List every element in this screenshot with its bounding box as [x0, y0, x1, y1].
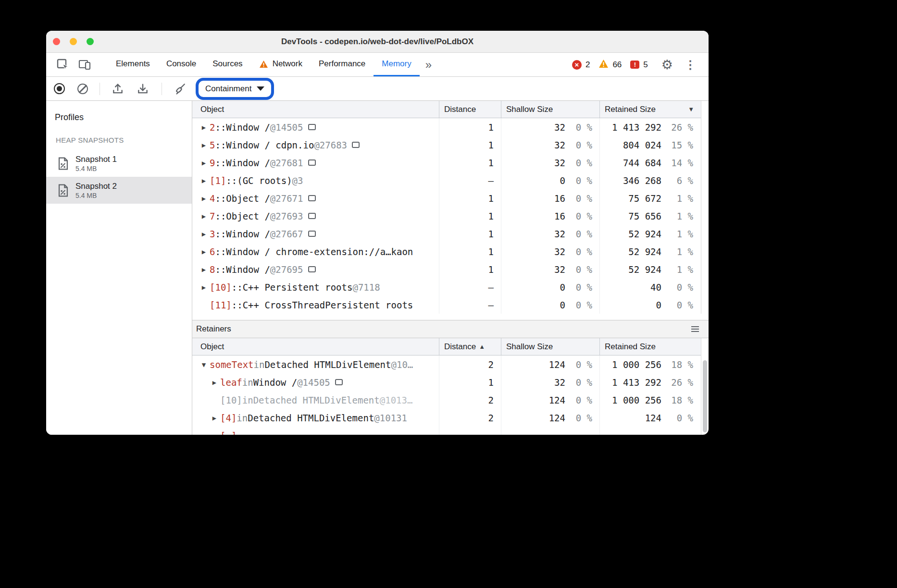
tab-sources[interactable]: Sources	[204, 53, 250, 76]
reveal-icon[interactable]	[308, 159, 316, 166]
close-window-button[interactable]	[53, 38, 60, 45]
more-options-icon[interactable]	[682, 58, 699, 72]
retained-size-value: 346 268	[600, 175, 661, 186]
tab-memory[interactable]: Memory	[374, 53, 419, 76]
expander-icon[interactable]: ▶	[198, 248, 210, 256]
expander-icon[interactable]: ▶	[198, 123, 210, 131]
retainer-row[interactable]: ▶leaf in Window / @145051320 %1 413 2922…	[192, 373, 701, 391]
snapshot-text: Snapshot 15.4 MB	[75, 154, 117, 172]
save-profile-icon[interactable]	[137, 83, 149, 95]
heap-object-row[interactable]: [11] :: C++ CrossThreadPersistent roots–…	[192, 296, 701, 314]
retainers-menu-icon[interactable]	[690, 325, 700, 333]
reveal-icon[interactable]	[308, 266, 316, 272]
retainer-row[interactable]: ▶[4] in Detached HTMLDivElement @1013121…	[192, 409, 701, 427]
inspect-element-icon[interactable]	[52, 56, 74, 74]
snapshot-item-1[interactable]: Snapshot 15.4 MB	[46, 150, 192, 177]
retained-size-percent: 15 %	[661, 140, 693, 150]
object-index: 6	[210, 246, 215, 257]
scrollbar-thumb[interactable]	[703, 360, 707, 432]
tab-console[interactable]: Console	[158, 53, 204, 76]
expander-icon[interactable]: ▶	[198, 177, 210, 184]
zoom-window-button[interactable]	[87, 38, 94, 45]
containment-scrollbar[interactable]	[701, 101, 709, 314]
retained-size-cell: 1 000 25618 %	[599, 391, 701, 409]
retainers-column-header-object[interactable]: Object	[192, 338, 439, 355]
heap-object-row[interactable]: ▶6 :: Window / chrome-extension://a…kaon…	[192, 243, 701, 260]
object-name: Object /	[226, 211, 270, 221]
expander-icon[interactable]: ▶	[198, 266, 210, 273]
reveal-icon[interactable]	[335, 379, 343, 385]
object-cell: ▶6 :: Window / chrome-extension://a…kaon	[192, 243, 439, 260]
settings-gear-icon[interactable]	[661, 57, 673, 72]
retainers-column-header-distance[interactable]: Distance▲	[439, 338, 501, 355]
console-errors-badge[interactable]: 2	[572, 60, 590, 70]
retained-size-percent: 6 %	[661, 175, 693, 186]
heap-object-row[interactable]: ▶[10] :: C++ Persistent roots @7118–00 %…	[192, 278, 701, 296]
reveal-icon[interactable]	[352, 142, 360, 148]
device-toolbar-icon[interactable]	[74, 56, 96, 74]
expander-icon[interactable]: ▶	[209, 379, 220, 386]
shallow-size-value: 0	[501, 300, 565, 310]
error-icon	[572, 60, 582, 70]
expander-icon[interactable]: ▶	[198, 159, 210, 167]
retained-size-cell: 346 2686 %	[599, 172, 701, 189]
containment-column-header-shallow[interactable]: Shallow Size	[501, 101, 599, 118]
reveal-icon[interactable]	[308, 195, 316, 201]
retainer-row[interactable]: [10] in Detached HTMLDivElement @1013…21…	[192, 391, 701, 409]
tab-performance[interactable]: Performance	[311, 53, 374, 76]
load-profile-icon[interactable]	[112, 83, 124, 95]
distance-value: 1	[488, 193, 494, 204]
shallow-size-percent: 0 %	[565, 377, 592, 388]
shallow-size-cell: 320 %	[501, 243, 599, 260]
reveal-icon[interactable]	[308, 124, 316, 130]
expander-icon[interactable]: ▶	[209, 414, 220, 422]
shallow-size-percent: 0 %	[565, 158, 592, 168]
minimize-window-button[interactable]	[70, 38, 77, 45]
expander-icon[interactable]: ▼	[198, 361, 210, 368]
heap-object-row[interactable]: ▶9 :: Window / @276811320 %744 68414 %	[192, 154, 701, 172]
issues-badge[interactable]: 5	[630, 60, 648, 70]
shallow-size-cell	[501, 427, 599, 435]
heap-object-row[interactable]: ▶3 :: Window / @276671320 %52 9241 %	[192, 225, 701, 243]
expander-icon[interactable]: ▶	[198, 212, 210, 220]
retainer-property: […]	[220, 430, 237, 435]
tab-elements[interactable]: Elements	[108, 53, 158, 76]
heap-object-row[interactable]: ▶8 :: Window / @276951320 %52 9241 %	[192, 260, 701, 278]
retainer-row[interactable]: […]	[192, 427, 701, 435]
retained-size-cell: 744 68414 %	[599, 154, 701, 172]
retained-size-cell: 52 9241 %	[599, 260, 701, 278]
heap-object-row[interactable]: ▶7 :: Object / @276931160 %75 6561 %	[192, 207, 701, 225]
window-titlebar[interactable]: DevTools - codepen.io/web-dot-dev/live/P…	[46, 31, 709, 53]
containment-column-header-object[interactable]: Object	[192, 101, 439, 118]
expander-icon[interactable]: ▶	[198, 195, 210, 202]
perspective-select[interactable]: Containment	[199, 82, 270, 96]
console-warnings-badge[interactable]: 66	[598, 59, 622, 71]
retainers-header-bar: Retainers	[192, 320, 709, 338]
tab-network[interactable]: Network	[251, 53, 311, 76]
expander-icon[interactable]: ▶	[198, 230, 210, 238]
reveal-icon[interactable]	[308, 213, 316, 219]
expander-icon[interactable]: ▶	[198, 141, 210, 149]
retainer-row[interactable]: ▼someText in Detached HTMLDivElement @10…	[192, 355, 701, 373]
reveal-icon[interactable]	[308, 231, 316, 237]
heap-object-row[interactable]: ▶2 :: Window / @145051320 %1 413 29226 %	[192, 118, 701, 136]
retainers-scrollbar[interactable]	[701, 338, 709, 435]
clear-all-brush-icon[interactable]	[174, 83, 186, 95]
retainer-property: someText	[210, 359, 254, 370]
record-heap-snapshot-button[interactable]	[54, 83, 65, 94]
containment-column-header-retained[interactable]: Retained Size▼	[599, 101, 701, 118]
heap-object-row[interactable]: ▶[1] :: (GC roots) @3–00 %346 2686 %	[192, 172, 701, 189]
retainers-column-header-retained[interactable]: Retained Size	[599, 338, 701, 355]
clear-profiles-button[interactable]	[77, 84, 88, 94]
shallow-size-cell: 1240 %	[501, 409, 599, 427]
retainers-column-header-shallow[interactable]: Shallow Size	[501, 338, 599, 355]
distance-cell: 2	[439, 409, 501, 427]
heap-object-row[interactable]: ▶4 :: Object / @276711160 %75 6721 %	[192, 189, 701, 207]
more-tabs-button[interactable]: »	[420, 58, 437, 72]
containment-column-header-distance[interactable]: Distance	[439, 101, 501, 118]
heap-object-row[interactable]: ▶5 :: Window / cdpn.io @276831320 %804 0…	[192, 136, 701, 154]
expander-icon[interactable]: ▶	[198, 283, 210, 291]
object-id: @10131	[374, 413, 407, 423]
snapshot-item-2[interactable]: Snapshot 25.4 MB	[46, 177, 192, 204]
object-cell: ▶[4] in Detached HTMLDivElement @10131	[192, 409, 439, 427]
